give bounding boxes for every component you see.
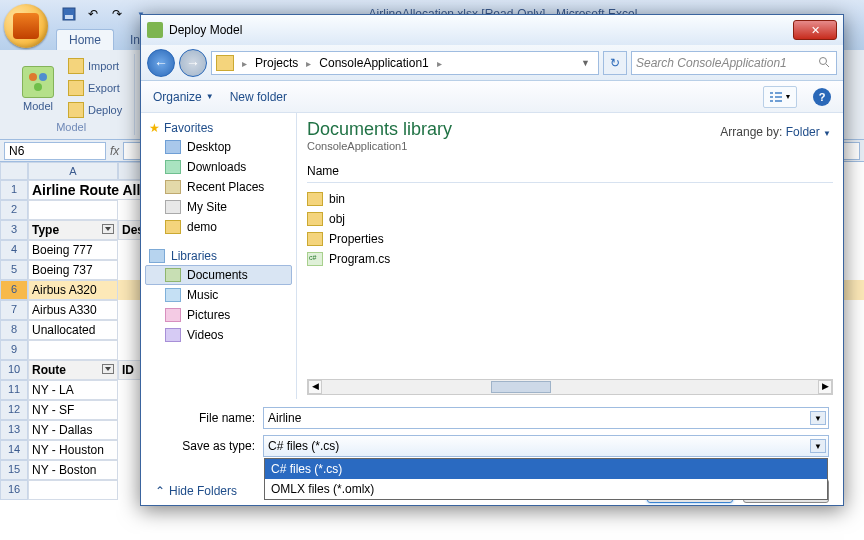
row-header[interactable]: 2 bbox=[0, 200, 28, 220]
select-all-cell[interactable] bbox=[0, 162, 28, 180]
savetype-combo[interactable]: C# files (*.cs) ▼ C# files (*.cs) OMLX f… bbox=[263, 435, 829, 457]
cell[interactable]: NY - Boston bbox=[28, 460, 118, 480]
ribbon-group-model: Model Import Export Deploy Model bbox=[8, 54, 135, 135]
row-header[interactable]: 12 bbox=[0, 400, 28, 420]
cell[interactable]: NY - Dallas bbox=[28, 420, 118, 440]
dialog-titlebar[interactable]: Deploy Model ✕ bbox=[141, 15, 843, 45]
cell[interactable]: Airbus A330 bbox=[28, 300, 118, 320]
tab-home[interactable]: Home bbox=[56, 29, 114, 50]
svg-point-4 bbox=[34, 83, 42, 91]
cell[interactable] bbox=[28, 340, 118, 360]
chevron-right-icon[interactable] bbox=[240, 56, 249, 70]
close-button[interactable]: ✕ bbox=[793, 20, 837, 40]
folder-icon bbox=[165, 220, 181, 234]
search-placeholder: Search ConsoleApplication1 bbox=[636, 56, 787, 70]
back-button[interactable]: ← bbox=[147, 49, 175, 77]
cell[interactable]: Unallocated bbox=[28, 320, 118, 340]
model-button[interactable]: Model bbox=[16, 56, 60, 121]
nav-downloads[interactable]: Downloads bbox=[145, 157, 292, 177]
breadcrumb-seg-app[interactable]: ConsoleApplication1 bbox=[315, 56, 432, 70]
export-button[interactable]: Export bbox=[64, 78, 126, 98]
horizontal-scrollbar[interactable]: ◀ ▶ bbox=[307, 379, 833, 395]
breadcrumb[interactable]: Projects ConsoleApplication1 ▼ bbox=[211, 51, 599, 75]
row-header[interactable]: 9 bbox=[0, 340, 28, 360]
filter-icon[interactable] bbox=[102, 364, 114, 374]
cell[interactable]: Route bbox=[28, 360, 118, 380]
nav-demo[interactable]: demo bbox=[145, 217, 292, 237]
file-item-properties[interactable]: Properties bbox=[307, 229, 833, 249]
arrange-by[interactable]: Arrange by: Folder ▼ bbox=[720, 125, 831, 139]
row-header[interactable]: 6 bbox=[0, 280, 28, 300]
favorites-section[interactable]: ★Favorites bbox=[145, 119, 292, 137]
cell[interactable]: Boeing 777 bbox=[28, 240, 118, 260]
file-item-program[interactable]: Program.cs bbox=[307, 249, 833, 269]
dialog-icon bbox=[147, 22, 163, 38]
libraries-section[interactable]: Libraries bbox=[145, 247, 292, 265]
cell[interactable]: Airbus A320 bbox=[28, 280, 118, 300]
cell[interactable]: NY - Houston bbox=[28, 440, 118, 460]
save-icon[interactable] bbox=[60, 5, 78, 23]
nav-music[interactable]: Music bbox=[145, 285, 292, 305]
chevron-right-icon[interactable] bbox=[304, 56, 313, 70]
row-header[interactable]: 16 bbox=[0, 480, 28, 500]
chevron-down-icon[interactable]: ▼ bbox=[810, 439, 826, 453]
office-button[interactable] bbox=[4, 4, 48, 48]
redo-icon[interactable]: ↷ bbox=[108, 5, 126, 23]
cell[interactable]: NY - LA bbox=[28, 380, 118, 400]
row-header[interactable]: 5 bbox=[0, 260, 28, 280]
import-button[interactable]: Import bbox=[64, 56, 126, 76]
nav-recent[interactable]: Recent Places bbox=[145, 177, 292, 197]
row-header[interactable]: 13 bbox=[0, 420, 28, 440]
help-button[interactable]: ? bbox=[813, 88, 831, 106]
cell[interactable]: Type bbox=[28, 220, 118, 240]
row-header[interactable]: 14 bbox=[0, 440, 28, 460]
hide-folders-button[interactable]: ⌃Hide Folders bbox=[155, 484, 237, 498]
deploy-button[interactable]: Deploy bbox=[64, 100, 126, 120]
row-header[interactable]: 11 bbox=[0, 380, 28, 400]
cell[interactable]: NY - SF bbox=[28, 400, 118, 420]
chevron-down-icon[interactable]: ▼ bbox=[810, 411, 826, 425]
row-header[interactable]: 8 bbox=[0, 320, 28, 340]
row-header[interactable]: 7 bbox=[0, 300, 28, 320]
view-button[interactable]: ▼ bbox=[763, 86, 797, 108]
forward-button[interactable]: → bbox=[179, 49, 207, 77]
row-header[interactable]: 15 bbox=[0, 460, 28, 480]
cell[interactable] bbox=[28, 200, 118, 220]
nav-videos[interactable]: Videos bbox=[145, 325, 292, 345]
name-box[interactable]: N6 bbox=[4, 142, 106, 160]
cell[interactable] bbox=[28, 480, 118, 500]
breadcrumb-seg-projects[interactable]: Projects bbox=[251, 56, 302, 70]
chevron-right-icon[interactable] bbox=[435, 56, 444, 70]
scroll-thumb[interactable] bbox=[491, 381, 551, 393]
nav-pictures[interactable]: Pictures bbox=[145, 305, 292, 325]
scroll-right-icon[interactable]: ▶ bbox=[818, 380, 832, 394]
name-column-header[interactable]: Name bbox=[307, 160, 833, 183]
refresh-button[interactable]: ↻ bbox=[603, 51, 627, 75]
breadcrumb-dropdown-icon[interactable]: ▼ bbox=[577, 58, 594, 68]
cell[interactable]: Boeing 737 bbox=[28, 260, 118, 280]
music-icon bbox=[165, 288, 181, 302]
dialog-nav: ← → Projects ConsoleApplication1 ▼ ↻ Sea… bbox=[141, 45, 843, 81]
row-header[interactable]: 10 bbox=[0, 360, 28, 380]
organize-button[interactable]: Organize▼ bbox=[153, 90, 214, 104]
dialog-toolbar: Organize▼ New folder ▼ ? bbox=[141, 81, 843, 113]
undo-icon[interactable]: ↶ bbox=[84, 5, 102, 23]
row-header[interactable]: 4 bbox=[0, 240, 28, 260]
option-cs[interactable]: C# files (*.cs) bbox=[265, 459, 827, 479]
nav-mysite[interactable]: My Site bbox=[145, 197, 292, 217]
row-header[interactable]: 3 bbox=[0, 220, 28, 240]
col-header-A[interactable]: A bbox=[28, 162, 118, 180]
nav-documents[interactable]: Documents bbox=[145, 265, 292, 285]
svg-rect-1 bbox=[65, 15, 73, 19]
search-input[interactable]: Search ConsoleApplication1 bbox=[631, 51, 837, 75]
file-item-obj[interactable]: obj bbox=[307, 209, 833, 229]
nav-desktop[interactable]: Desktop bbox=[145, 137, 292, 157]
fx-icon[interactable]: fx bbox=[110, 144, 119, 158]
filename-input[interactable]: Airline ▼ bbox=[263, 407, 829, 429]
scroll-left-icon[interactable]: ◀ bbox=[308, 380, 322, 394]
new-folder-button[interactable]: New folder bbox=[230, 90, 287, 104]
option-omlx[interactable]: OMLX files (*.omlx) bbox=[265, 479, 827, 499]
row-header[interactable]: 1 bbox=[0, 180, 28, 200]
filter-icon[interactable] bbox=[102, 224, 114, 234]
file-item-bin[interactable]: bin bbox=[307, 189, 833, 209]
